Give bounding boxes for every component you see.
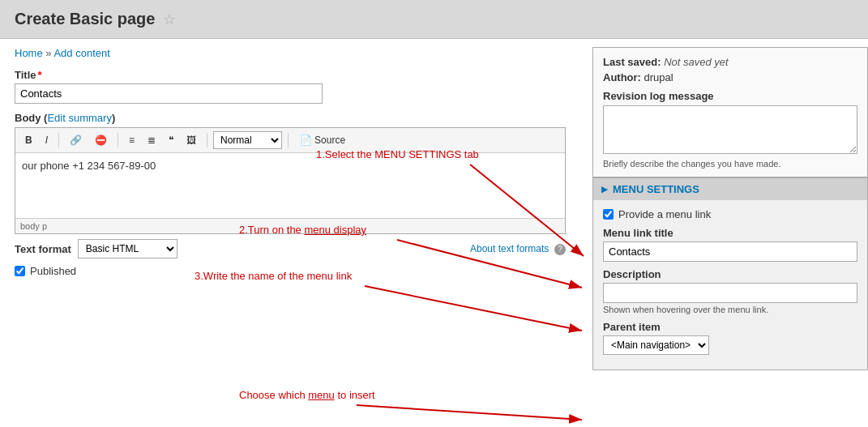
breadcrumb-home[interactable]: Home	[15, 47, 43, 59]
italic-button[interactable]: I	[41, 132, 53, 148]
blockquote-button[interactable]: ❝	[164, 132, 178, 148]
menu-settings-body: Provide a menu link Menu link title Desc…	[593, 200, 867, 369]
published-checkbox[interactable]	[15, 266, 25, 276]
editor-container: B I 🔗 ⛔ ≡ ≣ ❝ 🖼 Normal Heading 1 Heading…	[15, 127, 566, 234]
provide-menu-link-row: Provide a menu link	[603, 208, 857, 220]
revision-log-label: Revision log message	[603, 90, 857, 102]
parent-item-select[interactable]: <Main navigation> <Home> -- My account -…	[603, 335, 709, 355]
text-format-label: Text format	[15, 243, 71, 255]
editor-toolbar: B I 🔗 ⛔ ≡ ≣ ❝ 🖼 Normal Heading 1 Heading…	[15, 128, 565, 153]
toolbar-separator-3	[207, 133, 207, 147]
toolbar-separator-2	[118, 133, 118, 147]
numbered-list-button[interactable]: ≣	[143, 132, 160, 148]
revision-textarea[interactable]	[603, 105, 857, 154]
description-input[interactable]	[603, 283, 857, 303]
menu-settings-panel: ▶ MENU SETTINGS Provide a menu link Menu…	[592, 177, 868, 370]
unlink-button[interactable]: ⛔	[90, 132, 112, 148]
menu-link-title-label: Menu link title	[603, 227, 857, 239]
last-saved: Last saved: Not saved yet	[603, 56, 857, 68]
menu-link-title-input[interactable]	[603, 241, 857, 262]
text-format-select[interactable]: Basic HTML Full HTML Plain text Restrict…	[78, 239, 177, 258]
text-format-left: Text format Basic HTML Full HTML Plain t…	[15, 239, 177, 258]
svg-line-4	[357, 405, 582, 420]
bookmark-icon[interactable]: ☆	[163, 11, 176, 28]
about-formats-wrap: About text formats ?	[470, 242, 566, 255]
info-box: Last saved: Not saved yet Author: drupal…	[592, 47, 868, 177]
toolbar-separator-4	[288, 133, 289, 147]
published-label: Published	[30, 265, 76, 277]
editor-footer: body p	[15, 218, 565, 233]
link-button[interactable]: 🔗	[65, 132, 87, 148]
bullet-list-button[interactable]: ≡	[124, 132, 139, 148]
triangle-icon: ▶	[601, 185, 608, 194]
menu-link-title-section: Menu link title	[603, 227, 857, 262]
svg-line-3	[365, 286, 582, 331]
menu-settings-title: MENU SETTINGS	[613, 183, 699, 195]
right-panel: Last saved: Not saved yet Author: drupal…	[592, 47, 868, 370]
format-select-wrap: Normal Heading 1 Heading 2 Heading 3	[213, 131, 282, 149]
parent-item-section: Parent item <Main navigation> <Home> -- …	[603, 321, 857, 355]
format-select[interactable]: Normal Heading 1 Heading 2 Heading 3	[213, 131, 282, 149]
parent-item-label: Parent item	[603, 321, 857, 333]
toolbar-separator-1	[58, 133, 59, 147]
provide-menu-link-checkbox[interactable]	[603, 209, 614, 220]
breadcrumb-add-content[interactable]: Add content	[53, 47, 109, 59]
page-title: Create Basic page	[15, 10, 155, 28]
source-button[interactable]: 📄 Source	[294, 132, 351, 148]
about-formats-link[interactable]: About text formats	[470, 243, 549, 254]
menu-settings-header[interactable]: ▶ MENU SETTINGS	[593, 177, 867, 200]
annotation-step4: Choose which menu to insert	[239, 389, 375, 401]
revision-hint: Briefly describe the changes you have ma…	[603, 159, 857, 169]
text-format-row: Text format Basic HTML Full HTML Plain t…	[15, 239, 566, 258]
author: Author: drupal	[603, 71, 857, 83]
description-label: Description	[603, 268, 857, 280]
help-icon: ?	[554, 244, 566, 255]
title-input[interactable]	[15, 83, 323, 104]
source-icon: 📄	[300, 135, 312, 146]
editor-body[interactable]: our phone +1 234 567-89-00	[15, 153, 565, 218]
image-button[interactable]: 🖼	[182, 132, 201, 148]
description-section: Description Shown when hovering over the…	[603, 268, 857, 314]
bold-button[interactable]: B	[20, 132, 37, 148]
provide-menu-link-label: Provide a menu link	[618, 208, 711, 220]
edit-summary-link[interactable]: Edit summary	[47, 112, 111, 124]
description-hint: Shown when hovering over the menu link.	[603, 305, 857, 314]
